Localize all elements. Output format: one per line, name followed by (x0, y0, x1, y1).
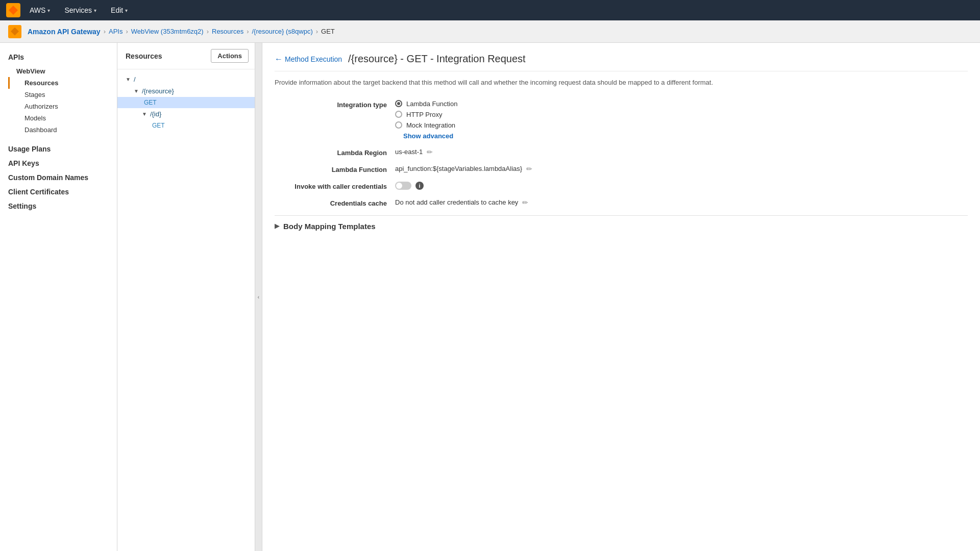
credentials-cache-label: Credentials cache (275, 198, 387, 207)
resource-tree: ▼ / ▼ /{resource} GET ▼ /{id} (117, 69, 255, 135)
tree-item-resource[interactable]: ▼ /{resource} (117, 85, 255, 97)
sidebar-item-authorizers[interactable]: Authorizers (8, 101, 117, 112)
tree-arrow-id: ▼ (142, 111, 147, 117)
form-row-invoke-credentials: Invoke with caller credentials i (275, 182, 968, 190)
sidebar-item-dashboard[interactable]: Dashboard (8, 124, 117, 136)
sidebar-item-stages[interactable]: Stages (8, 89, 117, 101)
description-text: Provide information about the target bac… (275, 78, 968, 88)
back-link[interactable]: ← Method Execution (275, 55, 342, 64)
lambda-function-value: api_function:${stageVariables.lambdaAlia… (395, 165, 532, 173)
breadcrumb-apis[interactable]: APIs (109, 28, 122, 35)
sidebar: APIs WebView Resources Stages Authorizer… (0, 43, 117, 551)
breadcrumb-sep-3: › (247, 28, 249, 35)
tree-arrow-root: ▼ (126, 77, 131, 82)
breadcrumb-get: GET (321, 28, 335, 35)
breadcrumb-sep-2: › (207, 28, 209, 35)
form-row-credentials-cache: Credentials cache Do not add caller cred… (275, 198, 968, 207)
invoke-credentials-info-icon[interactable]: i (415, 182, 424, 190)
sidebar-apis-title[interactable]: APIs (0, 51, 117, 65)
back-arrow-icon: ← (275, 55, 283, 64)
sidebar-item-resources[interactable]: Resources (8, 77, 117, 89)
tree-arrow-resource: ▼ (134, 88, 139, 94)
top-nav: AWS ▾ Services ▾ Edit ▾ (0, 0, 980, 20)
main-content: ← Method Execution /{resource} - GET - I… (262, 43, 980, 551)
credentials-cache-value: Do not add caller credentials to cache k… (395, 198, 528, 207)
breadcrumb-resources[interactable]: Resources (212, 28, 243, 35)
breadcrumb-sep-1: › (126, 28, 128, 35)
breadcrumb-logo (8, 25, 21, 38)
sidebar-item-client-certs[interactable]: Client Certificates (0, 185, 117, 199)
page-header: ← Method Execution /{resource} - GET - I… (275, 53, 968, 71)
nav-edit[interactable]: Edit ▾ (106, 3, 133, 17)
sidebar-item-usage-plans[interactable]: Usage Plans (0, 142, 117, 156)
sidebar-item-settings[interactable]: Settings (0, 199, 117, 213)
show-advanced-link[interactable]: Show advanced (403, 132, 457, 140)
lambda-function-edit-icon[interactable]: ✏ (526, 165, 532, 173)
resource-panel: Resources Actions ▼ / ▼ /{resource} GET (117, 43, 255, 551)
body-mapping-title: Body Mapping Templates (283, 222, 376, 231)
main-layout: APIs WebView Resources Stages Authorizer… (0, 43, 980, 551)
tree-item-get-id[interactable]: GET (117, 120, 255, 131)
services-chevron-icon: ▾ (94, 8, 96, 13)
radio-http[interactable]: HTTP Proxy (395, 111, 457, 118)
sidebar-item-api-keys[interactable]: API Keys (0, 156, 117, 170)
aws-logo (6, 3, 20, 17)
body-mapping-section: ▶ Body Mapping Templates (275, 215, 968, 231)
breadcrumb-bar: Amazon API Gateway › APIs › WebView (353… (0, 20, 980, 43)
credentials-cache-edit-icon[interactable]: ✏ (522, 198, 528, 207)
radio-lambda[interactable]: Lambda Function (395, 100, 457, 108)
breadcrumb-webview[interactable]: WebView (353mtm6zq2) (131, 28, 204, 35)
invoke-credentials-toggle[interactable] (395, 182, 411, 190)
nav-aws[interactable]: AWS ▾ (24, 3, 55, 17)
lambda-region-value: us-east-1 ✏ (395, 148, 433, 156)
resource-panel-title: Resources (126, 52, 162, 60)
sidebar-item-custom-domain[interactable]: Custom Domain Names (0, 170, 117, 185)
form-row-lambda-region: Lambda Region us-east-1 ✏ (275, 148, 968, 157)
radio-mock-circle (395, 121, 402, 129)
sidebar-webview-title[interactable]: WebView (8, 65, 117, 77)
page-title: /{resource} - GET - Integration Request (348, 53, 526, 65)
invoke-credentials-label: Invoke with caller credentials (275, 182, 387, 190)
radio-mock[interactable]: Mock Integration (395, 121, 457, 129)
tree-item-get-resource[interactable]: GET (117, 97, 255, 108)
radio-http-circle (395, 111, 402, 118)
edit-chevron-icon: ▾ (125, 8, 128, 13)
sidebar-item-models[interactable]: Models (8, 112, 117, 124)
resource-panel-header: Resources Actions (117, 43, 255, 69)
integration-type-label: Integration type (275, 100, 387, 109)
lambda-region-label: Lambda Region (275, 148, 387, 157)
form-row-lambda-function: Lambda Function api_function:${stageVari… (275, 165, 968, 173)
radio-lambda-circle (395, 100, 402, 107)
aws-chevron-icon: ▾ (47, 8, 50, 13)
nav-services[interactable]: Services ▾ (59, 3, 102, 17)
content-area: Resources Actions ▼ / ▼ /{resource} GET (117, 43, 980, 551)
integration-type-value: Lambda Function HTTP Proxy Mock Integrat… (395, 100, 457, 140)
tree-item-id[interactable]: ▼ /{id} (117, 108, 255, 120)
breadcrumb-app-name[interactable]: Amazon API Gateway (28, 28, 101, 36)
actions-button[interactable]: Actions (211, 49, 249, 63)
breadcrumb-sep-0: › (104, 28, 106, 35)
form-row-integration-type: Integration type Lambda Function HTTP Pr… (275, 100, 968, 140)
collapse-handle[interactable]: ‹ (255, 43, 262, 551)
invoke-credentials-value: i (395, 182, 424, 190)
body-mapping-header[interactable]: ▶ Body Mapping Templates (275, 222, 968, 231)
lambda-region-edit-icon[interactable]: ✏ (427, 148, 433, 156)
breadcrumb-resource-id[interactable]: /{resource} (s8qwpc) (252, 28, 312, 35)
breadcrumb-sep-4: › (316, 28, 318, 35)
tree-item-root[interactable]: ▼ / (117, 73, 255, 85)
sidebar-webview-section: WebView Resources Stages Authorizers Mod… (0, 65, 117, 136)
body-mapping-arrow-icon: ▶ (275, 222, 279, 230)
lambda-function-label: Lambda Function (275, 165, 387, 173)
